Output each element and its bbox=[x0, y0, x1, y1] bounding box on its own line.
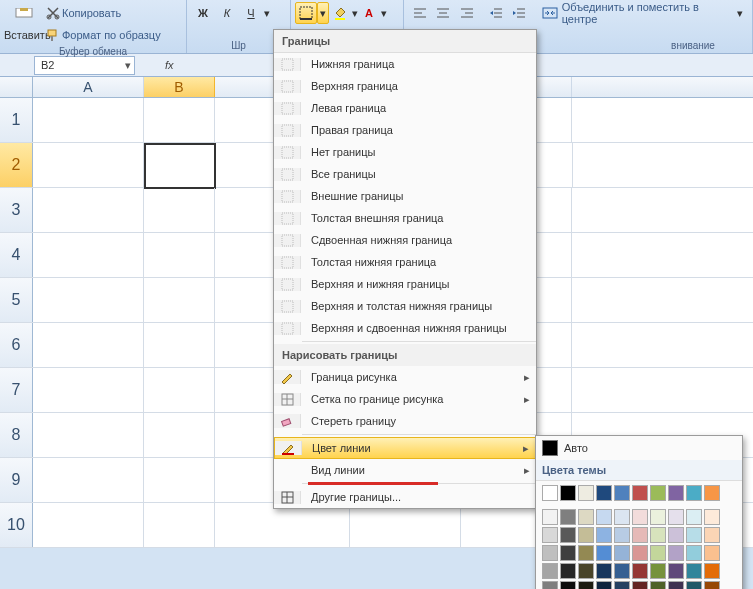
paste-button[interactable] bbox=[4, 8, 44, 18]
menu-item[interactable]: Верхняя и сдвоенная нижняя границы bbox=[274, 317, 536, 339]
col-A[interactable]: A bbox=[33, 77, 144, 97]
color-swatch[interactable] bbox=[632, 527, 648, 543]
cell[interactable] bbox=[144, 98, 215, 142]
menu-item[interactable]: Верхняя и толстая нижняя границы bbox=[274, 295, 536, 317]
row-header[interactable]: 3 bbox=[0, 188, 33, 232]
color-swatch[interactable] bbox=[686, 509, 702, 525]
auto-color-button[interactable]: Авто bbox=[536, 436, 742, 460]
menu-item[interactable]: Правая граница bbox=[274, 119, 536, 141]
color-swatch[interactable] bbox=[614, 563, 630, 579]
color-swatch[interactable] bbox=[578, 509, 594, 525]
cell[interactable] bbox=[144, 503, 215, 547]
cell[interactable] bbox=[33, 368, 144, 412]
color-swatch[interactable] bbox=[632, 509, 648, 525]
copy-button[interactable]: Копировать bbox=[62, 7, 121, 19]
color-swatch[interactable] bbox=[578, 527, 594, 543]
font-color-button[interactable]: A bbox=[358, 2, 380, 24]
color-swatch[interactable] bbox=[596, 527, 612, 543]
color-swatch[interactable] bbox=[578, 545, 594, 561]
cell[interactable] bbox=[33, 413, 144, 457]
menu-item-line-style[interactable]: Вид линии ▸ bbox=[274, 459, 536, 481]
color-swatch[interactable] bbox=[668, 545, 684, 561]
color-swatch[interactable] bbox=[686, 485, 702, 501]
row-header[interactable]: 8 bbox=[0, 413, 33, 457]
row-header[interactable]: 6 bbox=[0, 323, 33, 367]
color-swatch[interactable] bbox=[596, 485, 612, 501]
cell[interactable] bbox=[33, 98, 144, 142]
cell[interactable] bbox=[350, 503, 461, 547]
color-swatch[interactable] bbox=[632, 485, 648, 501]
menu-item[interactable]: Верхняя граница bbox=[274, 75, 536, 97]
row-header[interactable]: 7 bbox=[0, 368, 33, 412]
color-swatch[interactable] bbox=[614, 527, 630, 543]
cell[interactable] bbox=[33, 233, 144, 277]
color-swatch[interactable] bbox=[668, 527, 684, 543]
color-swatch[interactable] bbox=[596, 581, 612, 589]
cell[interactable] bbox=[144, 458, 215, 502]
menu-item[interactable]: Граница рисунка▸ bbox=[274, 366, 536, 388]
fx-button[interactable]: fx bbox=[165, 59, 174, 71]
align-center-button[interactable] bbox=[431, 2, 454, 24]
color-swatch[interactable] bbox=[560, 563, 576, 579]
color-swatch[interactable] bbox=[596, 563, 612, 579]
menu-item[interactable]: Внешние границы bbox=[274, 185, 536, 207]
menu-item[interactable]: Нижняя граница bbox=[274, 53, 536, 75]
color-swatch[interactable] bbox=[578, 485, 594, 501]
menu-item[interactable]: Сетка по границе рисунка▸ bbox=[274, 388, 536, 410]
color-swatch[interactable] bbox=[614, 581, 630, 589]
color-swatch[interactable] bbox=[704, 509, 720, 525]
cell[interactable] bbox=[144, 233, 215, 277]
menu-item[interactable]: Верхняя и нижняя границы bbox=[274, 273, 536, 295]
menu-item[interactable]: Нет границы bbox=[274, 141, 536, 163]
color-swatch[interactable] bbox=[542, 545, 558, 561]
color-swatch[interactable] bbox=[542, 581, 558, 589]
col-B[interactable]: B bbox=[144, 77, 215, 97]
color-swatch[interactable] bbox=[542, 563, 558, 579]
cell[interactable] bbox=[33, 278, 144, 322]
underline-dropdown[interactable]: ▾ bbox=[263, 3, 270, 23]
color-swatch[interactable] bbox=[560, 509, 576, 525]
color-swatch[interactable] bbox=[704, 563, 720, 579]
color-swatch[interactable] bbox=[596, 509, 612, 525]
row-header[interactable]: 1 bbox=[0, 98, 33, 142]
row-header[interactable]: 4 bbox=[0, 233, 33, 277]
color-swatch[interactable] bbox=[704, 545, 720, 561]
borders-dropdown[interactable]: ▾ bbox=[317, 2, 329, 24]
paste-label[interactable]: Вставить bbox=[4, 29, 44, 41]
color-swatch[interactable] bbox=[668, 563, 684, 579]
row-header[interactable]: 5 bbox=[0, 278, 33, 322]
color-swatch[interactable] bbox=[632, 545, 648, 561]
color-swatch[interactable] bbox=[578, 581, 594, 589]
color-swatch[interactable] bbox=[650, 509, 666, 525]
color-swatch[interactable] bbox=[668, 581, 684, 589]
italic-button[interactable]: К bbox=[215, 2, 239, 24]
menu-item[interactable]: Толстая внешняя граница bbox=[274, 207, 536, 229]
color-swatch[interactable] bbox=[686, 563, 702, 579]
cell[interactable] bbox=[144, 143, 216, 189]
menu-item[interactable]: Сдвоенная нижняя граница bbox=[274, 229, 536, 251]
merge-center-button[interactable]: Объединить и поместить в центре ▾ bbox=[537, 2, 748, 24]
color-swatch[interactable] bbox=[614, 485, 630, 501]
color-swatch[interactable] bbox=[632, 563, 648, 579]
color-swatch[interactable] bbox=[614, 509, 630, 525]
cell[interactable] bbox=[144, 188, 215, 232]
fill-color-dropdown[interactable]: ▾ bbox=[351, 3, 358, 23]
cell[interactable] bbox=[33, 458, 144, 502]
bold-button[interactable]: Ж bbox=[191, 2, 215, 24]
color-swatch[interactable] bbox=[650, 527, 666, 543]
color-swatch[interactable] bbox=[686, 581, 702, 589]
color-swatch[interactable] bbox=[686, 545, 702, 561]
color-swatch[interactable] bbox=[560, 545, 576, 561]
cell[interactable] bbox=[144, 413, 215, 457]
color-swatch[interactable] bbox=[578, 563, 594, 579]
color-swatch[interactable] bbox=[560, 581, 576, 589]
align-left-button[interactable] bbox=[408, 2, 431, 24]
cell[interactable] bbox=[33, 503, 144, 547]
color-swatch[interactable] bbox=[686, 527, 702, 543]
color-swatch[interactable] bbox=[704, 581, 720, 589]
color-swatch[interactable] bbox=[704, 485, 720, 501]
color-swatch[interactable] bbox=[542, 509, 558, 525]
cell[interactable] bbox=[144, 323, 215, 367]
menu-item[interactable]: Все границы bbox=[274, 163, 536, 185]
cell[interactable] bbox=[144, 278, 215, 322]
